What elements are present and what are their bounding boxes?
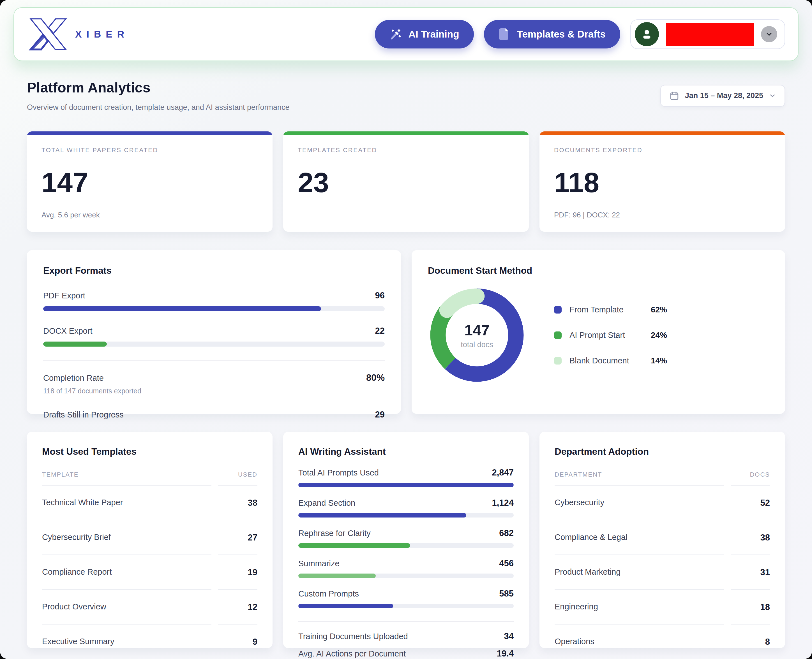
template-name: Product Overview <box>42 590 212 624</box>
legend-item: AI Prompt Start 24% <box>554 331 667 340</box>
department-adoption-title: Department Adoption <box>554 446 770 457</box>
brand-wordmark: XIBER <box>75 28 129 40</box>
most-used-templates-title: Most Used Templates <box>42 446 258 457</box>
bar-label: Total AI Prompts Used <box>299 468 379 478</box>
legend-value: 14% <box>651 356 667 365</box>
bar-track <box>299 543 513 548</box>
legend-value: 62% <box>651 305 667 314</box>
bar-label: Expand Section <box>299 498 355 508</box>
bar-value: 1,124 <box>492 498 513 508</box>
charts-row: Export Formats PDF Export 96 DOCX Export… <box>27 250 785 414</box>
template-used-count: 19 <box>218 555 258 590</box>
department-name: Operations <box>554 624 724 659</box>
stat-subtext: Avg. 5.6 per week <box>41 211 258 219</box>
column-header-department: DEPARTMENT <box>554 471 724 486</box>
department-name: Cybersecurity <box>554 486 724 520</box>
department-docs-count: 38 <box>731 520 770 555</box>
brand-logo[interactable]: XIBER <box>27 16 129 52</box>
bar-track <box>299 513 513 517</box>
ai-assistant-title: AI Writing Assistant <box>299 446 513 457</box>
top-actions: AI Training Templates & Drafts <box>375 19 785 49</box>
ai-bar-group: Summarize 456 <box>299 558 513 578</box>
completion-rate-subtext: 118 of 147 documents exported <box>43 387 385 395</box>
bar-label: Custom Prompts <box>299 589 359 599</box>
bar-value: 456 <box>499 558 513 569</box>
table-row: Cybersecurity 52 <box>554 486 770 520</box>
stat-row-value: 19.4 <box>497 649 513 659</box>
column-header-docs: DOCS <box>731 471 770 486</box>
date-range-picker[interactable]: Jan 15 – May 28, 2025 <box>660 85 785 107</box>
pdf-export-bar-group: PDF Export 96 <box>43 290 385 311</box>
top-navigation-bar: XIBER AI Training <box>13 7 799 61</box>
drafts-in-progress-row: Drafts Still in Progress 29 <box>43 410 385 420</box>
user-menu[interactable] <box>630 19 785 49</box>
donut-total: 147 <box>464 322 490 339</box>
bar-label: Summarize <box>299 559 340 568</box>
table-row: Compliance & Legal 38 <box>554 520 770 555</box>
ai-bar-group: Custom Prompts 585 <box>299 589 513 608</box>
ai-training-label: AI Training <box>409 28 459 40</box>
stat-value: 147 <box>41 169 258 196</box>
legend-swatch <box>554 357 562 364</box>
completion-rate-label: Completion Rate <box>43 374 104 383</box>
drafts-label: Drafts Still in Progress <box>43 410 124 419</box>
date-range-chevron-icon <box>769 92 776 99</box>
legend-label: From Template <box>569 305 651 314</box>
table-row: Compliance Report 19 <box>42 555 258 590</box>
donut-center: 147 total docs <box>430 289 524 382</box>
platform-analytics-screen: XIBER AI Training <box>0 0 812 659</box>
table-row: Product Overview 12 <box>42 590 258 624</box>
bar-label: PDF Export <box>43 291 85 300</box>
stat-subtext <box>298 211 514 219</box>
table-header: TEMPLATE USED <box>42 471 258 486</box>
templates-drafts-button[interactable]: Templates & Drafts <box>484 20 620 49</box>
department-docs-count: 8 <box>731 624 770 659</box>
stat-cards-row: TOTAL WHITE PAPERS CREATED 147 Avg. 5.6 … <box>27 131 785 232</box>
legend-item: From Template 62% <box>554 305 667 314</box>
stat-value: 118 <box>554 169 771 196</box>
page-subtitle: Overview of document creation, template … <box>27 103 290 112</box>
donut-legend: From Template 62% AI Prompt Start 24% Bl… <box>554 305 667 365</box>
stat-row-label: Training Documents Uploaded <box>299 632 408 641</box>
stat-card-white-papers: TOTAL WHITE PAPERS CREATED 147 Avg. 5.6 … <box>27 131 273 232</box>
template-name: Compliance Report <box>42 555 212 590</box>
stat-subtext: PDF: 96 | DOCX: 22 <box>554 211 771 219</box>
donut-total-caption: total docs <box>461 341 493 349</box>
drafts-value: 29 <box>375 410 385 420</box>
stat-accent-bar <box>539 131 785 135</box>
department-docs-count: 52 <box>731 486 770 520</box>
start-method-title: Document Start Method <box>428 265 769 276</box>
page-title: Platform Analytics <box>27 80 290 96</box>
document-start-method-card: Document Start Method 147 total docs <box>412 250 785 414</box>
department-docs-count: 18 <box>731 590 770 624</box>
bar-value: 585 <box>499 589 513 599</box>
template-name: Cybersecurity Brief <box>42 520 212 555</box>
template-name: Technical White Paper <box>42 486 212 520</box>
bar-track <box>43 342 385 347</box>
bar-value: 22 <box>375 326 385 336</box>
user-menu-chevron[interactable] <box>761 26 777 42</box>
date-range-label: Jan 15 – May 28, 2025 <box>685 91 763 100</box>
department-name: Compliance & Legal <box>554 520 724 555</box>
stat-label: TEMPLATES CREATED <box>298 147 514 154</box>
stat-row-value: 34 <box>504 631 513 642</box>
legend-item: Blank Document 14% <box>554 356 667 365</box>
stat-label: TOTAL WHITE PAPERS CREATED <box>41 147 258 154</box>
bar-fill <box>299 483 513 487</box>
column-header-template: TEMPLATE <box>42 471 212 486</box>
legend-label: AI Prompt Start <box>569 331 651 340</box>
department-name: Product Marketing <box>554 555 724 590</box>
stat-accent-bar <box>283 131 529 135</box>
table-row: Operations 8 <box>554 624 770 659</box>
ai-training-button[interactable]: AI Training <box>375 20 474 49</box>
bar-track <box>43 306 385 311</box>
stat-row-label: Avg. AI Actions per Document <box>299 649 406 659</box>
template-name: Executive Summary <box>42 624 212 659</box>
training-docs-row: Training Documents Uploaded 34 <box>299 631 513 642</box>
stat-label: DOCUMENTS EXPORTED <box>554 147 771 154</box>
template-used-count: 12 <box>218 590 258 624</box>
user-avatar-icon <box>635 22 659 46</box>
bar-track <box>299 604 513 608</box>
bottom-cards-row: Most Used Templates TEMPLATE USED Techni… <box>27 432 785 648</box>
docx-export-bar-group: DOCX Export 22 <box>43 326 385 347</box>
